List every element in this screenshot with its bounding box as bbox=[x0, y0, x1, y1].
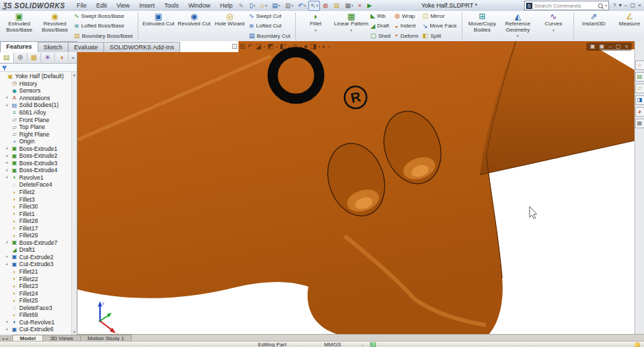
pin-icon[interactable]: ✎ bbox=[238, 3, 243, 9]
tree-item[interactable]: + ▣ Boss-Extrude3 bbox=[0, 160, 77, 167]
ribbon-button[interactable] bbox=[295, 12, 296, 40]
menu-item[interactable]: Window bbox=[184, 1, 215, 10]
configurationmanager-tab[interactable]: ▦ bbox=[27, 53, 41, 62]
tree-item[interactable]: ◗ Fillet2 bbox=[0, 189, 77, 196]
custom-properties-icon[interactable]: ▦ bbox=[635, 119, 644, 128]
hide-show-caret[interactable]: ▾ bbox=[300, 43, 302, 51]
tree-item[interactable]: ◗ Fillet17 bbox=[0, 224, 77, 232]
ribbon-button[interactable]: ↘ Move Face bbox=[421, 21, 460, 32]
ribbon-button[interactable] bbox=[138, 12, 138, 40]
ribbon-button[interactable]: ◗ Fillet ▾ bbox=[298, 11, 334, 41]
rebuild-button[interactable]: ◍ bbox=[321, 1, 331, 11]
appearances-icon[interactable]: ◕ bbox=[635, 107, 644, 117]
scroll-up-icon[interactable]: ▲ bbox=[73, 72, 76, 77]
tree-item[interactable]: ◗ Fillet24 bbox=[0, 289, 77, 297]
expand-icon[interactable]: + bbox=[5, 175, 11, 180]
restore-button[interactable]: ▢ bbox=[630, 2, 636, 9]
ribbon-button[interactable]: ▤ Boundary Cut bbox=[247, 31, 293, 41]
tree-item[interactable]: + ▣ Cut-Extrude3 bbox=[0, 261, 77, 268]
save-button[interactable]: ▤ ▾ bbox=[270, 1, 282, 11]
menu-item[interactable]: Insert bbox=[134, 1, 160, 10]
undo-button[interactable]: ↶ ▾ bbox=[296, 1, 308, 11]
status-help-icon[interactable]: ? bbox=[370, 342, 376, 347]
tree-item[interactable]: + ▣ Cut-Extrude6 bbox=[0, 326, 77, 333]
tree-item[interactable]: + ▣ Boss-Extrude4 bbox=[0, 167, 77, 174]
doc-window2-icon[interactable]: ▣ bbox=[599, 43, 605, 50]
tab-scroll-arrow-icon[interactable]: ▸ bbox=[6, 336, 8, 341]
close-button[interactable]: × bbox=[638, 2, 641, 9]
tree-item[interactable]: ◌ DeleteFace4 bbox=[0, 181, 77, 189]
tree-item[interactable]: ◗ Fillet21 bbox=[0, 268, 77, 276]
view-settings-icon[interactable]: ◐ bbox=[322, 43, 326, 51]
ribbon-button[interactable]: ▤ Boundary Boss/Base bbox=[73, 31, 136, 41]
display-style-icon[interactable]: ◧ bbox=[280, 43, 286, 51]
scene-caret[interactable]: ▾ bbox=[319, 43, 321, 51]
expand-icon[interactable]: + bbox=[5, 154, 11, 158]
ribbon-button[interactable]: ▣ Extruded Boss/Base bbox=[1, 11, 37, 41]
ribbon-button[interactable]: ∠ Measure bbox=[612, 11, 644, 41]
menu-item[interactable]: Tools bbox=[160, 1, 184, 10]
expand-icon[interactable]: + bbox=[5, 254, 11, 259]
expand-icon[interactable]: + bbox=[5, 320, 11, 324]
tab-scroll-arrow-icon[interactable]: ◂ bbox=[2, 336, 4, 341]
ribbon-button[interactable]: ∿ Swept Cut bbox=[247, 11, 293, 21]
ribbon-button[interactable]: ◭ Reference Geometry ▾ bbox=[500, 11, 536, 41]
edit-appearance-icon[interactable]: ● bbox=[304, 43, 308, 51]
ribbon-button[interactable]: ⇗ Instant3D bbox=[576, 11, 612, 41]
run-macro-button[interactable]: ▶ bbox=[365, 1, 375, 11]
tree-item[interactable]: ≡ 6061 Alloy bbox=[0, 109, 77, 117]
tree-item[interactable]: + ◖ Cut-Revolve1 bbox=[0, 319, 77, 326]
expand-icon[interactable]: + bbox=[5, 262, 11, 267]
print-button[interactable]: ▥ ▾ bbox=[283, 1, 295, 11]
ribbon-button[interactable]: ▢ Shell bbox=[369, 31, 393, 41]
ribbon-button[interactable]: ▣ Extruded Cut bbox=[140, 11, 176, 41]
taskpane-home-icon[interactable]: ⌂ bbox=[635, 60, 644, 70]
tree-item[interactable]: ▱ Front Plane bbox=[0, 116, 77, 123]
menu-item[interactable]: Help bbox=[215, 1, 238, 10]
tree-item[interactable]: ◗ Fillet28 bbox=[0, 217, 77, 225]
ribbon-button[interactable] bbox=[573, 12, 574, 40]
chevron-double-icon[interactable]: » bbox=[72, 55, 77, 61]
display-caret[interactable]: ▾ bbox=[288, 43, 290, 51]
expand-icon[interactable]: + bbox=[5, 160, 11, 165]
tree-item[interactable]: ◉ Sensors bbox=[0, 87, 77, 95]
tree-item[interactable]: ◗ Fillet30 bbox=[0, 203, 77, 211]
tree-item[interactable]: + ▣ Cut-Extrude2 bbox=[0, 254, 77, 261]
orientation-caret[interactable]: ▾ bbox=[276, 43, 278, 51]
tree-item[interactable]: + A Annotations bbox=[0, 95, 77, 102]
ribbon-button[interactable]: ▦ Linear Pattern ▾ bbox=[334, 11, 369, 41]
expand-icon[interactable]: + bbox=[5, 327, 11, 332]
tree-item[interactable]: ◌ DeleteFace3 bbox=[0, 304, 77, 312]
options-button[interactable]: ▦ ▾ bbox=[343, 1, 356, 11]
ribbon-button[interactable]: ◣ Rib bbox=[369, 11, 393, 21]
ribbon-button[interactable]: ◓ Deform bbox=[393, 31, 421, 41]
help-button[interactable]: ? bbox=[613, 2, 616, 9]
doc-close-button[interactable]: × bbox=[625, 43, 628, 50]
select-button[interactable]: ↖ ▾ bbox=[308, 1, 320, 11]
tree-item[interactable]: ◗ Fillet3 bbox=[0, 195, 77, 203]
ribbon-button[interactable]: ⊞ Move/Copy Bodies bbox=[465, 11, 500, 41]
ribbon-tab[interactable]: Evaluate bbox=[68, 42, 104, 52]
tree-item[interactable]: + ◖ Revolve1 bbox=[0, 174, 77, 182]
ribbon-button[interactable]: ◍ Wrap bbox=[393, 11, 421, 21]
zoom-to-fit-icon[interactable]: ⊡ bbox=[232, 43, 237, 51]
menu-item[interactable]: File bbox=[72, 1, 92, 10]
tree-scrollbar[interactable]: ▲ ▼ bbox=[71, 72, 77, 335]
tree-item[interactable]: ◗ Fillet25 bbox=[0, 297, 77, 304]
open-button[interactable]: ▱ ▾ bbox=[258, 1, 269, 11]
tree-item[interactable]: + ▣ Boss-Extrude1 bbox=[0, 145, 77, 152]
expand-icon[interactable]: + bbox=[5, 103, 11, 108]
dimxpertmanager-tab[interactable]: ✳ bbox=[41, 53, 55, 62]
tree-item[interactable]: + Origin bbox=[0, 138, 77, 145]
tree-item[interactable]: ▱ Top Plane bbox=[0, 123, 77, 131]
tree-item[interactable]: ▣ Yoke Half (Default) bbox=[0, 73, 77, 80]
ribbon-button[interactable]: ◒ Indent bbox=[393, 21, 421, 32]
expand-icon[interactable]: + bbox=[5, 240, 11, 245]
tree-item[interactable]: ◢ Draft1 bbox=[0, 246, 77, 254]
previous-view-icon[interactable]: ↶ bbox=[247, 43, 253, 51]
ribbon-button[interactable]: ≋ Lofted Cut bbox=[247, 21, 293, 32]
expand-icon[interactable]: + bbox=[5, 95, 11, 100]
filter-icon[interactable] bbox=[2, 66, 7, 69]
close-doc-button[interactable]: × bbox=[356, 1, 364, 11]
file-explorer-icon[interactable]: ▱ bbox=[635, 84, 644, 93]
